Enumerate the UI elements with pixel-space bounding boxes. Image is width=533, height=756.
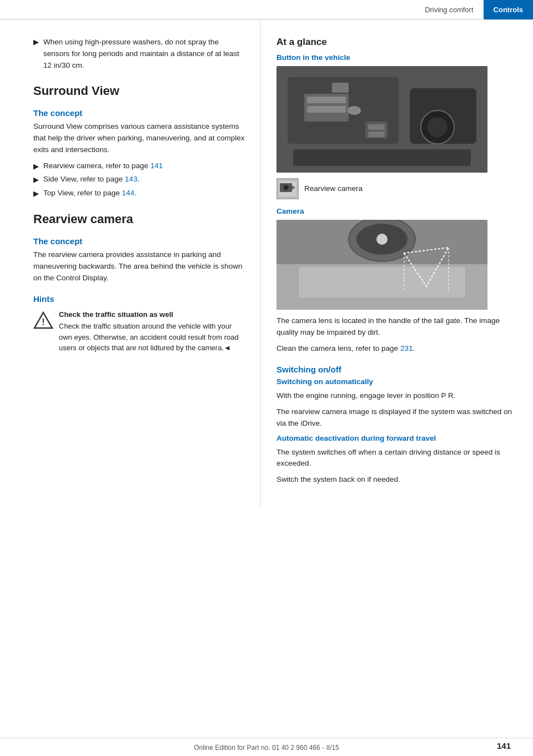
bullet-arrow-3-icon: ▶ [33,188,39,199]
camera-text-2-prefix: Clean the camera lens, refer to page [276,344,400,352]
nav-controls[interactable]: Controls [484,0,533,19]
rearview-concept-text: The rearview camera provides assistance … [33,249,245,284]
rearview-camera-section: Rearview camera The concept The rearview… [33,212,245,354]
switching-auto-text-1: With the engine running, engage lever in… [276,390,517,402]
bullet-topview: ▶ Top View, refer to page 144. [33,188,245,199]
nav-driving-comfort[interactable]: Driving comfort [415,0,483,19]
svg-rect-9 [307,106,346,113]
svg-rect-8 [307,97,346,103]
bullet-arrow-1-icon: ▶ [33,161,39,172]
svg-rect-14 [368,132,385,137]
deactivation-subtitle: Automatic deactivation during forward tr… [276,434,517,442]
surround-concept-text: Surround View comprises various camera a… [33,121,245,156]
bullet-sideview-text: Side View, refer to page 143. [43,174,139,185]
header-navigation: Driving comfort Controls [415,0,533,19]
bullet-topview-text: Top View, refer to page 144. [43,188,137,199]
rearview-link[interactable]: 141 [150,162,163,170]
warning-triangle-icon: ! [33,310,53,330]
warning-text-block: Check the traffic situation as well Chec… [59,309,245,354]
switching-auto-text-2: The rearview camera image is displayed i… [276,406,517,430]
surround-view-title: Surround View [33,84,245,98]
camera-text-1: The camera lens is located in the handle… [276,315,517,339]
left-column: ▶ When using high-pressure washers, do n… [0,20,261,507]
page-content: ▶ When using high-pressure washers, do n… [0,20,533,507]
sideview-link[interactable]: 143. [125,175,139,183]
bullet-sideview: ▶ Side View, refer to page 143. [33,174,245,185]
button-in-vehicle-section: Button in the vehicle [276,53,517,173]
warning-body: Check the traffic situation around the v… [59,321,245,354]
camera-text-2-suffix: . [413,344,415,352]
warning-box: ! Check the traffic situation as well Ch… [33,309,245,354]
button-in-vehicle-subtitle: Button in the vehicle [276,53,517,62]
vehicle-interior-image [276,66,487,173]
camera-image [276,220,487,310]
surround-concept-subtitle: The concept [33,108,245,118]
svg-text:!: ! [42,317,44,327]
page-footer: Online Edition for Part no. 01 40 2 960 … [0,738,533,756]
surround-view-section: Surround View The concept Surround View … [33,84,245,199]
svg-point-6 [428,117,447,137]
rearview-camera-icon-row: Rearview camera [276,178,517,199]
svg-point-11 [348,106,361,115]
surround-bullets: ▶ Rearview camera, refer to page 141 ▶ S… [33,160,245,199]
svg-rect-13 [368,124,385,130]
svg-rect-23 [299,267,465,298]
svg-point-26 [376,234,388,245]
svg-point-19 [284,186,288,189]
camera-text-2: Clean the camera lens, refer to page 231… [276,343,517,355]
switching-auto-subtitle: Switching on automatically [276,377,517,386]
intro-note: ▶ When using high-pressure washers, do n… [33,37,245,72]
switching-section: Switching on/off Switching on automatica… [276,365,517,486]
switching-subtitle: Switching on/off [276,365,517,374]
bullet-rearview: ▶ Rearview camera, refer to page 141 [33,160,245,172]
bullet-arrow-2-icon: ▶ [33,174,39,185]
camera-subtitle: Camera [276,207,517,215]
right-column: At a glance Button in the vehicle [261,20,533,507]
rearview-concept-subtitle: The concept [33,236,245,246]
topview-link[interactable]: 144. [122,189,137,197]
deactivation-text-2: Switch the system back on if needed. [276,474,517,486]
at-glance-title: At a glance [276,37,517,48]
camera-page-link[interactable]: 231 [400,344,413,352]
bullet-rearview-text: Rearview camera, refer to page 141 [43,160,163,172]
warning-title: Check the traffic situation as well [59,309,245,320]
rearview-camera-title: Rearview camera [33,212,245,226]
rearview-camera-icon [276,178,299,199]
svg-rect-10 [332,83,349,93]
rearview-camera-label: Rearview camera [304,183,363,195]
svg-rect-15 [293,149,471,166]
footer-text: Online Edition for Part no. 01 40 2 960 … [194,744,339,752]
page-header: Driving comfort Controls [0,0,533,20]
page-number: 141 [497,741,511,750]
deactivation-text-1: The system switches off when a certain d… [276,447,517,470]
intro-text: When using high-pressure washers, do not… [43,37,245,72]
bullet-arrow-icon: ▶ [33,38,39,46]
hints-subtitle: Hints [33,294,245,304]
